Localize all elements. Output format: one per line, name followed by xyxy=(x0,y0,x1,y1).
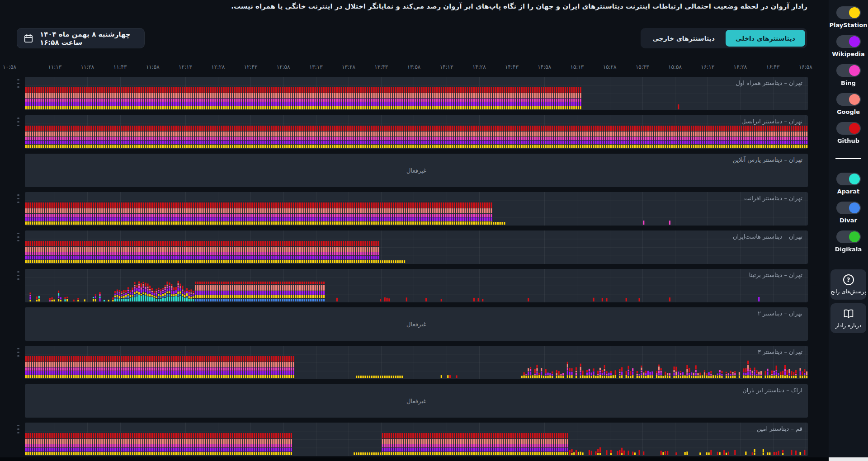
service-toggle-item-divar: Divar xyxy=(829,202,868,224)
timeline-bars-canvas[interactable] xyxy=(25,269,808,302)
datacenter-row: تهران – دیتاسنتر ۳ xyxy=(25,346,808,379)
time-axis-label: ۱۳:۴۳ xyxy=(374,64,388,70)
row-axis-tick xyxy=(17,118,19,119)
sidebar-divider xyxy=(835,158,861,159)
time-axis-label: ۱۵:۴۳ xyxy=(636,64,649,70)
row-title: تهران – دیتاسنتر پارس آنلاین xyxy=(733,156,802,163)
datacenter-row: تهران – دیتاسنتر ایرانسل xyxy=(25,115,808,149)
datacenter-row: تهران – دیتاسنتر هاست‌ایران xyxy=(25,230,808,264)
about-label: درباره رادار xyxy=(835,322,862,329)
service-label-wikipedia: Wikipedia xyxy=(829,51,868,57)
toggle-google[interactable] xyxy=(836,93,861,106)
service-label-aparat: Aparat xyxy=(829,188,868,195)
row-title: تهران – دیتاسنتر ۲ xyxy=(758,310,802,317)
row-axis-tick xyxy=(17,236,19,238)
faq-button[interactable]: ? پرسش‌های رایج xyxy=(830,269,866,300)
radar-page: رادار آروان در لحظه وضعیت احتمالی ارتباط… xyxy=(0,0,868,461)
row-axis-tick xyxy=(17,352,19,353)
row-axis-tick xyxy=(17,79,19,80)
page-description: رادار آروان در لحظه وضعیت احتمالی ارتباط… xyxy=(231,2,807,10)
datacenter-row-inactive: غیرفعالاراک – دیتاسنتر ابر باران xyxy=(25,384,808,418)
time-axis-label: ۱۵:۱۳ xyxy=(570,64,584,70)
time-axis-label: ۱۵:۲۸ xyxy=(603,64,617,70)
service-label-google: Google xyxy=(829,108,868,115)
time-axis-label: ۱۲:۴۳ xyxy=(244,64,257,70)
row-axis-tick xyxy=(17,425,19,426)
row-title: اراک – دیتاسنتر ابر باران xyxy=(742,387,802,394)
toggle-digikala[interactable] xyxy=(836,230,861,243)
time-axis-label: ۱۶:۴۳ xyxy=(766,64,780,70)
calendar-icon xyxy=(24,33,33,43)
row-axis-tick xyxy=(17,194,19,196)
toggle-knob-playstation xyxy=(849,7,860,18)
row-axis-tick xyxy=(17,240,19,241)
toggle-aparat[interactable] xyxy=(836,173,861,185)
time-axis-label: ۱۳:۱۳ xyxy=(309,64,323,70)
service-toggle-item-github: Github xyxy=(829,122,868,144)
row-axis-tick xyxy=(17,271,19,273)
row-axis-tick xyxy=(17,275,19,276)
datacenter-row: تهران – دیتاسنتر برتینا xyxy=(25,269,808,302)
row-axis-tick xyxy=(17,202,19,203)
row-axis-tick xyxy=(17,278,19,280)
inactive-status-label: غیرفعال xyxy=(25,167,808,174)
row-axis-tick xyxy=(17,428,19,430)
faq-label: پرسش‌های رایج xyxy=(830,288,866,295)
time-axis-label: ۱۱:۴۳ xyxy=(113,64,127,70)
timeline-bars-canvas[interactable] xyxy=(25,192,808,226)
date-display[interactable]: چهارشنبه ۸ بهمن ماه ۱۴۰۴ ساعت ۱۶:۵۸ xyxy=(17,28,145,48)
datacenter-row-inactive: غیرفعالتهران – دیتاسنتر ۲ xyxy=(25,307,808,341)
service-label-divar: Divar xyxy=(829,217,868,224)
toggle-knob-github xyxy=(849,123,860,134)
time-axis-label: ۱۴:۱۳ xyxy=(440,64,453,70)
tab-external-datacenters[interactable]: دیتاسنترهای خارجی xyxy=(642,30,725,47)
datacenter-row: تهران – دیتاسنتر افرانت xyxy=(25,192,808,226)
date-label: چهارشنبه ۸ بهمن ماه ۱۴۰۴ ساعت ۱۶:۵۸ xyxy=(40,30,138,47)
time-axis-label: ۱۳:۲۸ xyxy=(342,64,355,70)
timeline-bars-canvas[interactable] xyxy=(25,423,808,456)
bottom-strip xyxy=(0,457,829,461)
toggle-knob-digikala xyxy=(849,231,860,242)
service-toggle-item-aparat: Aparat xyxy=(829,173,868,195)
toggle-playstation[interactable] xyxy=(836,6,861,19)
toggle-knob-bing xyxy=(849,65,860,76)
time-axis-label: ۱۴:۵۸ xyxy=(538,64,551,70)
toggle-github[interactable] xyxy=(836,122,861,135)
toggle-knob-wikipedia xyxy=(849,36,860,47)
time-axis-label: ۱۲:۲۸ xyxy=(211,64,225,70)
row-axis-tick xyxy=(17,125,19,126)
service-toggle-item-digikala: Digikala xyxy=(829,230,868,253)
datacenter-row-inactive: غیرفعالتهران – دیتاسنتر پارس آنلاین xyxy=(25,154,808,187)
service-label-github: Github xyxy=(829,137,868,144)
toggle-divar[interactable] xyxy=(836,202,861,214)
row-axis-tick xyxy=(17,233,19,234)
timeline-bars-canvas[interactable] xyxy=(25,346,808,379)
toggle-bing[interactable] xyxy=(836,64,861,77)
toggle-wikipedia[interactable] xyxy=(836,35,861,48)
time-axis-label: ۱۰:۵۸ xyxy=(3,64,16,70)
row-axis-tick xyxy=(17,348,19,349)
datacenter-row: تهران – دیتاسنتر همراه اول xyxy=(25,77,808,110)
timeline-bars-canvas[interactable] xyxy=(25,77,808,110)
row-axis-tick xyxy=(17,121,19,122)
time-axis-label: ۱۳:۵۸ xyxy=(407,64,420,70)
about-button[interactable]: درباره رادار xyxy=(830,303,866,333)
time-axis-label: ۱۲:۱۳ xyxy=(179,64,192,70)
datacenter-row: قم – دیتاسنتر امین xyxy=(25,423,808,456)
row-axis-tick xyxy=(17,198,19,199)
service-label-bing: Bing xyxy=(829,80,868,86)
time-axis-label: ۱۶:۲۸ xyxy=(733,64,747,70)
time-axis-label: ۱۲:۵۸ xyxy=(277,64,290,70)
timeline-bars-canvas[interactable] xyxy=(25,115,808,149)
row-axis-tick xyxy=(17,355,19,357)
toggle-knob-aparat xyxy=(849,174,860,184)
time-axis-label: ۱۴:۴۳ xyxy=(505,64,519,70)
datacenter-tabs: دیتاسنترهای خارجی دیتاسنترهای داخلی xyxy=(641,28,807,48)
question-icon: ? xyxy=(843,274,854,285)
toggle-knob-google xyxy=(849,94,860,105)
timeline-bars-canvas[interactable] xyxy=(25,230,808,264)
row-axis-tick xyxy=(17,83,19,84)
tab-internal-datacenters[interactable]: دیتاسنترهای داخلی xyxy=(726,30,805,47)
service-toggle-item-bing: Bing xyxy=(829,64,868,86)
time-axis-label: ۱۶:۵۸ xyxy=(799,64,812,70)
